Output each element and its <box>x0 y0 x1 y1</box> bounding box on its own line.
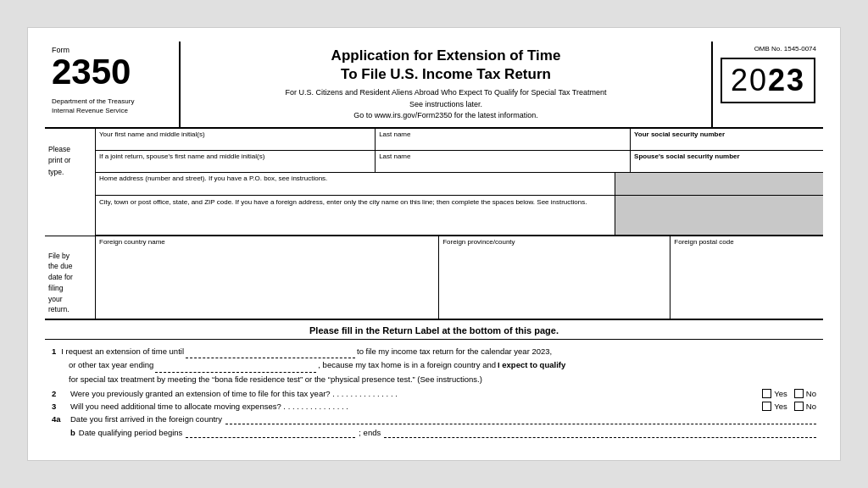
q4a-field[interactable] <box>225 414 816 424</box>
q3-options: Yes No <box>762 402 816 411</box>
q2-number: 2 <box>52 389 70 398</box>
spouse-row: If a joint return, spouse's first name a… <box>96 151 823 173</box>
q1-year-field[interactable] <box>155 358 316 372</box>
last-name-label: Last name <box>379 130 626 138</box>
foreign-province-field[interactable]: Foreign province/county <box>439 236 670 319</box>
city-field[interactable]: City, town or post office, state, and ZI… <box>96 196 615 235</box>
spouse-last-field[interactable]: Last name <box>376 151 631 172</box>
last-name-field[interactable]: Last name <box>376 129 631 150</box>
omb-number: OMB No. 1545-0074 <box>720 45 816 53</box>
form-title1: Application for Extension of Time <box>189 47 703 65</box>
ssn-field[interactable]: Your social security number <box>631 129 823 150</box>
q1-text1: I request an extension of time until <box>61 345 184 358</box>
questions-section: 1 I request an extension of time until t… <box>45 340 823 446</box>
dept-text: Department of the Treasury Internal Reve… <box>52 97 172 115</box>
spouse-first-field[interactable]: If a joint return, spouse's first name a… <box>96 151 376 172</box>
q2-text: Were you previously granted an extension… <box>70 389 755 398</box>
q4b-semicolon-ends: ; ends <box>359 428 381 437</box>
subtitle-line3: Go to www.irs.gov/Form2350 for the lates… <box>353 111 538 119</box>
header-right: OMB No. 1545-0074 2023 <box>713 42 823 127</box>
q1-text2: to file my income tax return for the cal… <box>357 345 552 358</box>
question-1: 1 I request an extension of time until t… <box>52 345 816 385</box>
question-4b: b Date qualifying period begins ; ends <box>52 428 816 438</box>
form-subtitle: For U.S. Citizens and Resident Aliens Ab… <box>189 87 703 122</box>
form-title2: To File U.S. Income Tax Return <box>189 65 703 84</box>
question-3: 3 Will you need additional time to alloc… <box>52 402 816 411</box>
name-row1: Your first name and middle initial(s) La… <box>96 129 823 151</box>
q1-date-field[interactable] <box>186 345 355 358</box>
q2-no-checkbox[interactable] <box>794 389 804 398</box>
spouse-ssn-label: Spouse's social security number <box>634 152 820 160</box>
dept-line1: Department of the Treasury <box>52 97 134 105</box>
subtitle-line2: See instructions later. <box>409 100 482 108</box>
foreign-fields: Foreign country name Foreign province/co… <box>96 236 823 319</box>
q1-bold: I expect to qualify <box>498 358 565 371</box>
q2-no-label[interactable]: No <box>794 389 816 398</box>
city-row: City, town or post office, state, and ZI… <box>96 196 823 236</box>
q4b-ends-field[interactable] <box>384 428 816 438</box>
address-label: Home address (number and street). If you… <box>99 175 611 182</box>
q4b-text1: Date qualifying period begins <box>79 428 183 437</box>
subtitle-line1: For U.S. Citizens and Resident Aliens Ab… <box>286 88 607 97</box>
foreign-province-label: Foreign province/county <box>442 238 666 246</box>
q1-text4: , because my tax home is in a foreign co… <box>318 358 496 371</box>
q3-yes-label[interactable]: Yes <box>762 402 787 411</box>
year-bold: 23 <box>768 63 805 97</box>
q1-text3: or other tax year ending <box>69 358 153 371</box>
foreign-postal-label: Foreign postal code <box>674 238 820 246</box>
question-4a: 4a Date you first arrived in the foreign… <box>52 414 816 424</box>
header-left: Form 2350 Department of the Treasury Int… <box>45 42 181 127</box>
address-field[interactable]: Home address (number and street). If you… <box>96 173 615 195</box>
question-2: 2 Were you previously granted an extensi… <box>52 389 816 398</box>
q1-line3: for special tax treatment by meeting the… <box>52 373 816 385</box>
spouse-last-label: Last name <box>379 152 626 160</box>
foreign-row-section: File by the due date for filing your ret… <box>45 236 823 319</box>
foreign-country-field[interactable]: Foreign country name <box>96 236 439 319</box>
q3-text: Will you need additional time to allocat… <box>70 402 755 411</box>
year-thin: 20 <box>731 63 768 97</box>
q1-text6: (See instructions.) <box>417 374 482 384</box>
first-name-field[interactable]: Your first name and middle initial(s) <box>96 129 376 150</box>
spouse-ssn-field[interactable]: Spouse's social security number <box>631 151 823 172</box>
q3-no-label[interactable]: No <box>794 402 816 411</box>
q2-yes-checkbox[interactable] <box>762 389 771 398</box>
q3-number: 3 <box>52 402 70 411</box>
form-number: 2350 <box>52 54 172 90</box>
form-page: Form 2350 Department of the Treasury Int… <box>27 27 841 461</box>
q4a-text: Date you first arrived in the foreign co… <box>70 414 222 424</box>
please-print-label: Please print or type. <box>45 129 96 236</box>
row-name-section: Please print or type. Your first name an… <box>45 129 823 236</box>
q3-yes-text: Yes <box>774 402 787 411</box>
q2-options: Yes No <box>762 389 816 398</box>
dept-line2: Internal Revenue Service <box>52 107 128 114</box>
q3-no-text: No <box>806 402 816 411</box>
q2-yes-label[interactable]: Yes <box>762 389 787 398</box>
q4b-begins-field[interactable] <box>186 428 355 438</box>
q2-yes-text: Yes <box>774 389 787 398</box>
foreign-country-label: Foreign country name <box>99 238 435 246</box>
q2-no-text: No <box>806 389 816 398</box>
ssn-label: Your social security number <box>634 130 820 138</box>
q1-line2: or other tax year ending , because my ta… <box>52 358 816 372</box>
form-header: Form 2350 Department of the Treasury Int… <box>45 42 823 129</box>
name-fields: Your first name and middle initial(s) La… <box>96 129 823 236</box>
foreign-postal-field[interactable]: Foreign postal code <box>670 236 823 319</box>
q1-text5: for special tax treatment by meeting the… <box>69 374 415 384</box>
address-row: Home address (number and street). If you… <box>96 173 823 196</box>
q1-number: 1 <box>52 345 56 358</box>
q3-yes-checkbox[interactable] <box>762 402 771 411</box>
city-label: City, town or post office, state, and ZI… <box>99 197 611 207</box>
q3-no-checkbox[interactable] <box>794 402 804 411</box>
q4a-number: 4a <box>52 414 70 424</box>
spouse-first-label: If a joint return, spouse's first name a… <box>99 152 371 160</box>
fill-notice: Please fill in the Return Label at the b… <box>45 319 823 340</box>
header-center: Application for Extension of Time To Fil… <box>181 42 713 127</box>
q1-line1: 1 I request an extension of time until t… <box>52 345 816 358</box>
file-by-label: File by the due date for filing your ret… <box>45 236 96 319</box>
gray-box-city <box>615 196 823 235</box>
year-display: 2023 <box>721 58 815 103</box>
q4b-sub: b <box>70 428 75 437</box>
first-name-label: Your first name and middle initial(s) <box>99 130 371 138</box>
gray-box-address <box>615 173 823 195</box>
